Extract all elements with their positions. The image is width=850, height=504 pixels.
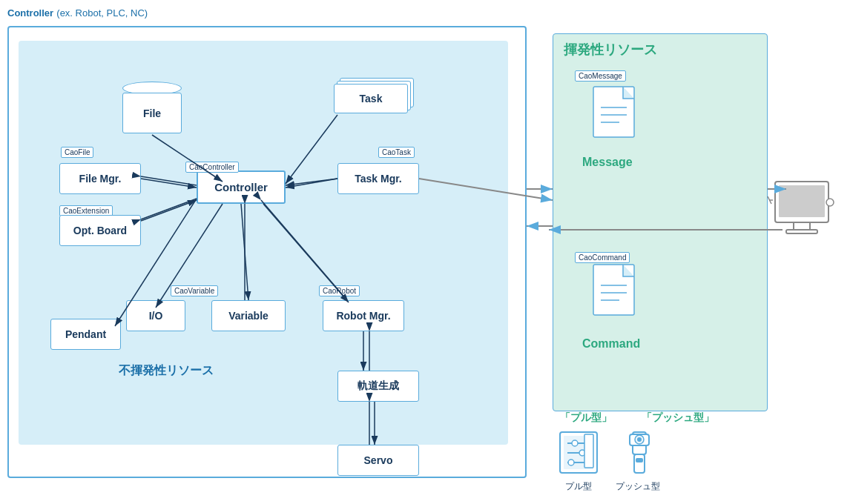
servo-box: Servo: [337, 445, 419, 476]
cao-variable-badge: CaoVariable: [171, 285, 218, 296]
non-volatile-label: 不揮発性リソース: [119, 363, 214, 379]
push-type-icon: [618, 428, 659, 480]
variable-box: Variable: [211, 300, 286, 331]
diagram-container: Controller (ex. Robot, PLC, NC) 揮発性リソース …: [0, 0, 850, 504]
trajectory-box: 軌道生成: [337, 371, 419, 402]
task-mgr-box: Task Mgr.: [337, 163, 419, 194]
page-title: Controller (ex. Robot, PLC, NC): [7, 6, 148, 19]
pull-label: 「プル型」: [560, 411, 612, 425]
file-label: File: [143, 107, 161, 119]
task-front: Task: [334, 84, 408, 113]
task-mgr-label: Task Mgr.: [355, 173, 402, 185]
svg-rect-26: [634, 454, 645, 473]
svg-rect-10: [794, 222, 810, 230]
message-label: Message: [582, 156, 633, 169]
command-doc-icon: [590, 263, 642, 322]
cao-controller-badge: CaoController: [185, 162, 239, 173]
computer-icon: [771, 178, 838, 252]
message-doc-icon: [590, 85, 642, 145]
cao-robot-badge: CaoRobot: [319, 285, 360, 296]
pendant-label: Pendant: [65, 328, 106, 340]
svg-point-25: [637, 437, 642, 442]
svg-rect-27: [636, 458, 643, 462]
push-type-label: プッシュ型: [616, 480, 660, 493]
pull-push-section: 「プル型」 「プッシュ型」 プル型: [553, 411, 768, 493]
file-cylinder: File: [122, 82, 182, 133]
svg-point-12: [826, 199, 834, 206]
variable-label: Variable: [228, 310, 268, 322]
pull-type-icon-group: プル型: [556, 428, 601, 493]
volatile-resource-box: [553, 33, 768, 411]
volatile-title: 揮発性リソース: [564, 41, 657, 59]
cao-command-badge: CaoCommand: [575, 252, 630, 263]
file-mgr-label: File Mgr.: [79, 173, 122, 185]
controller-center-box: Controller: [197, 170, 286, 204]
controller-label: Controller: [214, 181, 268, 193]
servo-label: Servo: [364, 454, 393, 466]
svg-rect-9: [779, 185, 825, 217]
pull-type-icon: [556, 428, 601, 480]
svg-rect-21: [584, 434, 593, 468]
opt-board-box: Opt. Board: [59, 215, 141, 246]
file-mgr-box: File Mgr.: [59, 163, 141, 194]
cao-message-badge: CaoMessage: [575, 70, 626, 82]
pendant-box: Pendant: [50, 319, 121, 350]
svg-point-20: [568, 460, 574, 465]
io-label: I/O: [149, 310, 163, 322]
pull-push-icons: プル型 プッシュ型: [553, 428, 660, 493]
task-label: Task: [360, 93, 383, 105]
robot-mgr-label: Robot Mgr.: [336, 310, 390, 322]
io-box: I/O: [126, 300, 185, 331]
pull-type-label: プル型: [565, 480, 592, 493]
push-type-icon-group: プッシュ型: [616, 428, 660, 493]
cao-task-badge: CaoTask: [378, 147, 415, 158]
opt-board-label: Opt. Board: [73, 225, 127, 236]
push-label: 「プッシュ型」: [642, 411, 714, 425]
svg-point-16: [572, 440, 578, 446]
trajectory-label: 軌道生成: [358, 379, 399, 393]
pull-push-labels: 「プル型」 「プッシュ型」: [553, 411, 714, 425]
command-label: Command: [582, 337, 640, 351]
robot-mgr-box: Robot Mgr.: [323, 300, 404, 331]
cao-file-badge: CaoFile: [61, 147, 93, 158]
svg-rect-11: [786, 230, 817, 233]
